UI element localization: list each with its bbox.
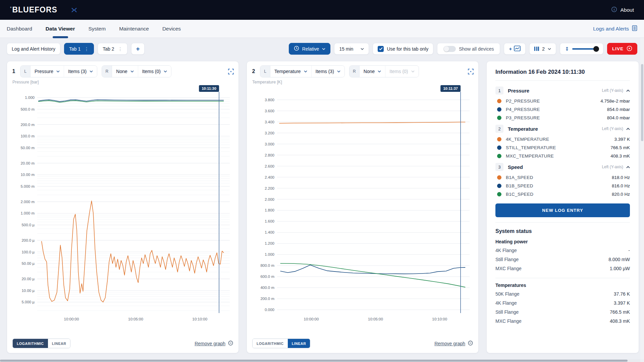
log-alert-history-button[interactable]: Log and Alert History: [7, 43, 60, 55]
about-button[interactable]: About: [611, 6, 634, 14]
nav-item-dashboard[interactable]: Dashboard: [7, 20, 32, 37]
list-item[interactable]: MXC_TEMPERATURE 408.3 mK: [495, 152, 630, 160]
chevron-down-icon: [56, 70, 60, 72]
channel-name: P3_PRESSURE: [506, 115, 540, 120]
add-tab-button[interactable]: +: [131, 43, 144, 55]
slider-track[interactable]: [572, 48, 598, 50]
axis-assignment-toggle[interactable]: Left (Y-axis): [602, 126, 630, 131]
columns-count-value: 2: [542, 46, 545, 52]
left-items-dropdown[interactable]: Items (3): [64, 66, 97, 77]
channel-name: B1C_SPEED: [506, 192, 533, 197]
information-title: Information 16 Feb 2024 10:11:30: [495, 69, 630, 75]
slider-knob[interactable]: [593, 46, 599, 52]
list-item[interactable]: B1C_SPEED 820.0 Hz: [495, 190, 630, 198]
svg-text:3.400: 3.400: [265, 120, 274, 124]
left-axis-badge: L: [260, 66, 270, 77]
remove-graph-link[interactable]: Remove graph: [195, 341, 233, 347]
right-type-label: None: [364, 69, 375, 74]
fullscreen-icon[interactable]: [468, 69, 474, 74]
svg-text:800.0 m: 800.0 m: [260, 263, 274, 267]
list-item[interactable]: P3_PRESSURE 804.0 mbar: [495, 114, 630, 122]
remove-graph-link[interactable]: Remove graph: [434, 341, 473, 347]
svg-text:1.400: 1.400: [265, 230, 274, 234]
time-mode-dropdown[interactable]: Relative: [289, 43, 331, 55]
chevron-down-icon: [411, 70, 415, 72]
document-icon: [632, 25, 637, 33]
svg-text:500.0 m: 500.0 m: [20, 107, 35, 111]
svg-text:10:11:30: 10:11:30: [202, 86, 216, 90]
vertical-scrollbar[interactable]: [640, 38, 644, 359]
logs-and-alerts-link[interactable]: Logs and Alerts: [593, 25, 637, 33]
right-axis-badge: R: [102, 66, 112, 77]
channel-value: 766.5 mK: [610, 145, 630, 150]
tab-menu-icon[interactable]: ⋮: [118, 46, 122, 52]
degree-mark: °: [10, 6, 12, 10]
time-mode-label: Relative: [302, 46, 319, 52]
list-item[interactable]: 4K_TEMPERATURE 3.397 K: [495, 135, 630, 143]
use-for-tab-checkbox-pill[interactable]: Use for this tab only: [373, 43, 433, 55]
new-log-entry-button[interactable]: NEW LOG ENTRY: [495, 203, 630, 217]
left-axis-badge: L: [20, 66, 31, 77]
toolbar: Log and Alert History Tab 1 ⋮ Tab 2 ⋮ + …: [0, 38, 644, 55]
pressure-chart[interactable]: 1.000500.0 m200.0 m100.0 m50.00 m20.00 m…: [12, 84, 234, 323]
tab-1[interactable]: Tab 1 ⋮: [64, 43, 94, 55]
svg-text:1.000 m: 1.000 m: [20, 211, 35, 215]
left-type-dropdown[interactable]: Temperature: [270, 66, 312, 77]
right-type-dropdown[interactable]: None: [360, 66, 385, 77]
logarithmic-scale-button[interactable]: LOGARITHMIC: [253, 339, 288, 348]
scale-toggle: LOGARITHMIC LINEAR: [12, 339, 70, 348]
channel-value: 804.0 mbar: [607, 115, 630, 120]
status-value: 1.000 µW: [610, 266, 630, 271]
nav-item-data-viewer[interactable]: Data Viewer: [46, 20, 75, 37]
plus-icon: +: [509, 46, 512, 52]
svg-text:2.800: 2.800: [265, 153, 274, 157]
graph-footer: LOGARITHMIC LINEAR Remove graph: [252, 337, 474, 349]
temperature-chart[interactable]: 3.8003.6003.4003.2003.0002.8002.6002.400…: [252, 84, 474, 323]
logarithmic-scale-button[interactable]: LOGARITHMIC: [13, 339, 48, 348]
left-items-dropdown[interactable]: Items (3): [312, 66, 344, 77]
list-item[interactable]: P4_PRESSURE 854.0 mbar: [495, 105, 630, 114]
tab-menu-icon[interactable]: ⋮: [84, 46, 89, 52]
list-item[interactable]: B1A_SPEED 818.0 Hz: [495, 173, 630, 182]
scrollbar-thumb[interactable]: [0, 360, 628, 362]
about-label: About: [620, 7, 634, 13]
axis-assignment-toggle[interactable]: Left (Y-axis): [602, 165, 630, 169]
list-item[interactable]: P2_PRESSURE 4.758e-2 mbar: [495, 97, 630, 105]
nav-item-maintenance[interactable]: Maintenance: [119, 20, 149, 37]
right-items-dropdown[interactable]: Items (0): [138, 66, 171, 77]
right-type-dropdown[interactable]: None: [112, 66, 138, 77]
show-all-devices-toggle-pill[interactable]: Show all devices: [437, 43, 500, 55]
svg-text:10:00:00: 10:00:00: [304, 317, 319, 321]
toggle-off-switch[interactable]: [443, 46, 456, 52]
pressure-graph-card: 1 L Pressure Items (3) R None: [7, 61, 239, 353]
right-items-dropdown: Items (0): [385, 66, 418, 77]
linear-scale-button[interactable]: LINEAR: [288, 339, 310, 348]
left-items-label: Items (3): [68, 69, 87, 74]
svg-text:3.800: 3.800: [265, 98, 274, 102]
nav-item-system[interactable]: System: [88, 20, 106, 37]
bluefors-app: ° BLUEFORS About Dashboard Data Viewer S…: [0, 0, 644, 362]
list-item[interactable]: STILL_TEMPERATURE 766.5 mK: [495, 143, 630, 152]
tab-label: Tab 1: [69, 46, 80, 52]
columns-count-dropdown[interactable]: 2: [529, 43, 556, 55]
left-type-dropdown[interactable]: Pressure: [31, 66, 64, 77]
heating-power-title: Heating power: [495, 239, 630, 244]
add-graph-button[interactable]: +: [504, 43, 526, 55]
time-range-dropdown[interactable]: 15 min: [334, 43, 369, 55]
linear-scale-button[interactable]: LINEAR: [48, 339, 70, 348]
scrollbar-thumb[interactable]: [641, 64, 643, 141]
channel-value: 408.3 mK: [610, 154, 630, 159]
nav-item-devices[interactable]: Devices: [162, 20, 181, 37]
horizontal-scrollbar[interactable]: [0, 359, 640, 362]
list-item[interactable]: B1B_SPEED 816.0 Hz: [495, 182, 630, 190]
fullscreen-icon[interactable]: [228, 69, 234, 74]
status-label: 50K Flange: [495, 291, 520, 297]
checkbox-checked-icon[interactable]: [378, 46, 384, 52]
chevron-down-icon: [337, 70, 340, 72]
axis-assignment-toggle[interactable]: Left (Y-axis): [602, 88, 630, 93]
live-button[interactable]: LIVE: [607, 43, 637, 55]
tab-2[interactable]: Tab 2 ⋮: [98, 43, 127, 55]
svg-text:3.600: 3.600: [265, 109, 274, 113]
chart-icon: [514, 46, 521, 52]
status-label: Still Flange: [495, 309, 519, 315]
